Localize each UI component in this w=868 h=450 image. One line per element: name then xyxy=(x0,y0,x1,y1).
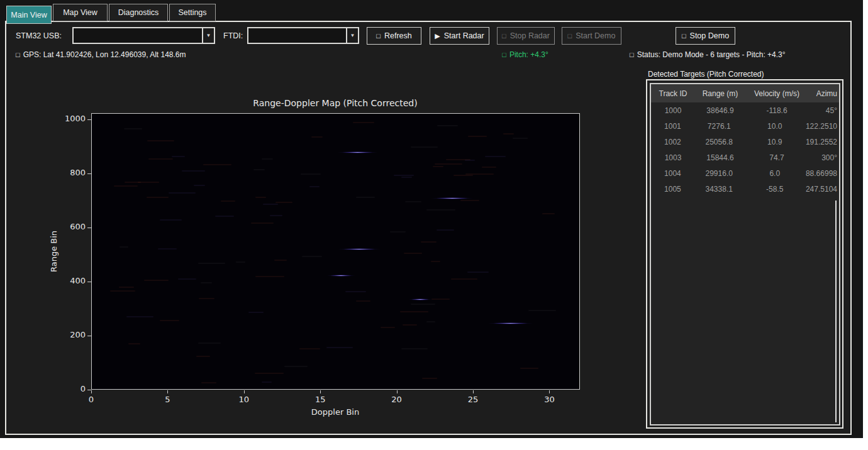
demo-play-icon: □ xyxy=(568,32,572,40)
stop-demo-button-label: Stop Demo xyxy=(690,31,730,40)
noise-speckle xyxy=(465,160,475,161)
noise-speckle xyxy=(119,287,134,288)
table-scrollbar[interactable] xyxy=(835,200,837,422)
cell-track-id: 1005 xyxy=(651,185,694,194)
stop-radar-button-label: Stop Radar xyxy=(510,31,550,40)
noise-speckle xyxy=(160,320,179,321)
noise-speckle xyxy=(401,348,428,349)
targets-table[interactable]: Track ID Range (m) Velocity (m/s) Azimu … xyxy=(650,83,840,425)
noise-speckle xyxy=(169,192,196,194)
chevron-down-icon[interactable]: ▼ xyxy=(202,28,214,43)
x-tick-mark xyxy=(320,390,321,393)
y-tick-mark xyxy=(87,336,91,336)
y-tick-mark xyxy=(87,390,91,390)
noise-speckle xyxy=(299,348,320,349)
column-header-velocity[interactable]: Velocity (m/s) xyxy=(745,89,808,98)
table-row[interactable]: 1004 29916.0 6.0 88.66998 xyxy=(651,165,839,181)
ftdi-combobox[interactable]: ▼ xyxy=(247,27,359,44)
noise-speckle xyxy=(251,222,274,224)
noise-speckle xyxy=(114,185,138,187)
x-tick-mark xyxy=(397,390,398,393)
noise-speckle xyxy=(433,166,443,167)
noise-speckle xyxy=(284,366,307,367)
refresh-button-label: Refresh xyxy=(384,31,412,40)
noise-speckle xyxy=(426,209,455,211)
radar-app-window: Main View Map View Diagnostics Settings … xyxy=(0,0,863,438)
noise-speckle xyxy=(147,140,174,141)
cell-velocity: -58.5 xyxy=(744,185,806,194)
target-streak xyxy=(431,197,473,199)
cell-azimuth: 122.2510 xyxy=(806,122,839,131)
noise-speckle xyxy=(128,343,140,344)
x-tick-label: 25 xyxy=(460,395,486,404)
system-status-text: Status: Demo Mode - 6 targets - Pitch: +… xyxy=(637,50,786,59)
cell-range: 29916.0 xyxy=(694,169,744,178)
noise-speckle xyxy=(460,200,479,201)
tab-map-view[interactable]: Map View xyxy=(53,4,108,21)
noise-speckle xyxy=(255,197,266,198)
gps-status: □GPS: Lat 41.902426, Lon 12.496039, Alt … xyxy=(16,50,186,59)
noise-speckle xyxy=(124,128,142,129)
cell-range: 34338.1 xyxy=(694,185,744,194)
x-tick-mark xyxy=(549,390,550,393)
tab-diagnostics[interactable]: Diagnostics xyxy=(109,4,168,21)
start-demo-button: □ Start Demo xyxy=(562,27,621,45)
noise-speckle xyxy=(196,356,210,357)
column-header-range[interactable]: Range (m) xyxy=(695,89,745,98)
y-tick-mark xyxy=(87,228,91,228)
table-row[interactable]: 1003 15844.6 74.7 300° xyxy=(651,150,839,165)
targets-panel-title: Detected Targets (Pitch Corrected) xyxy=(648,70,764,79)
noise-speckle xyxy=(178,278,196,280)
noise-speckle xyxy=(467,272,489,273)
target-streak xyxy=(409,299,431,300)
y-tick-mark xyxy=(87,173,91,174)
tab-main-view[interactable]: Main View xyxy=(6,6,52,24)
noise-speckle xyxy=(390,231,406,233)
noise-speckle xyxy=(158,248,176,250)
stop-radar-button: □ Stop Radar xyxy=(497,27,555,45)
noise-speckle xyxy=(326,347,353,348)
noise-speckle xyxy=(411,146,438,148)
column-header-azimuth[interactable]: Azimu xyxy=(808,89,839,98)
start-radar-button[interactable]: ▶ Start Radar xyxy=(430,27,489,45)
noise-speckle xyxy=(485,156,506,157)
noise-speckle xyxy=(403,324,417,326)
noise-speckle xyxy=(270,215,282,216)
refresh-icon: □ xyxy=(376,32,381,40)
noise-speckle xyxy=(255,276,284,277)
table-row[interactable]: 1001 7276.1 10.0 122.2510 xyxy=(651,118,839,134)
noise-speckle xyxy=(426,321,436,322)
cell-track-id: 1001 xyxy=(651,122,694,131)
column-header-track-id[interactable]: Track ID xyxy=(651,89,695,98)
noise-speckle xyxy=(431,299,450,300)
noise-speckle xyxy=(503,133,514,134)
system-status: □Status: Demo Mode - 6 targets - Pitch: … xyxy=(630,50,786,59)
tab-settings[interactable]: Settings xyxy=(169,4,216,21)
noise-speckle xyxy=(542,213,555,214)
noise-speckle xyxy=(148,158,174,160)
cell-velocity: 10.0 xyxy=(744,122,806,131)
chevron-down-icon[interactable]: ▼ xyxy=(346,28,358,43)
ftdi-combobox-value xyxy=(248,28,346,43)
table-row[interactable]: 1002 25056.8 10.9 191.2552 xyxy=(651,134,839,150)
stop-demo-button[interactable]: □ Stop Demo xyxy=(676,27,735,45)
noise-speckle xyxy=(120,246,128,248)
target-streak xyxy=(327,275,355,277)
noise-speckle xyxy=(275,202,292,203)
noise-speckle xyxy=(274,260,287,261)
cell-track-id: 1003 xyxy=(651,153,695,162)
noise-speckle xyxy=(401,177,412,178)
noise-speckle xyxy=(437,125,458,126)
cell-azimuth: 45° xyxy=(808,106,839,115)
x-tick-label: 5 xyxy=(155,395,180,404)
noise-speckle xyxy=(125,182,140,183)
stm32-usb-combobox[interactable]: ▼ xyxy=(72,27,215,44)
table-row[interactable]: 1005 34338.1 -58.5 247.5104 xyxy=(651,181,839,197)
refresh-button[interactable]: □ Refresh xyxy=(367,27,421,45)
table-row[interactable]: 1000 38646.9 -118.6 45° xyxy=(651,102,839,118)
noise-speckle xyxy=(431,261,440,262)
start-demo-button-label: Start Demo xyxy=(576,31,615,40)
noise-speckle xyxy=(253,169,264,170)
y-tick-label: 400 xyxy=(58,276,86,285)
stm32-usb-combobox-value xyxy=(74,28,202,43)
